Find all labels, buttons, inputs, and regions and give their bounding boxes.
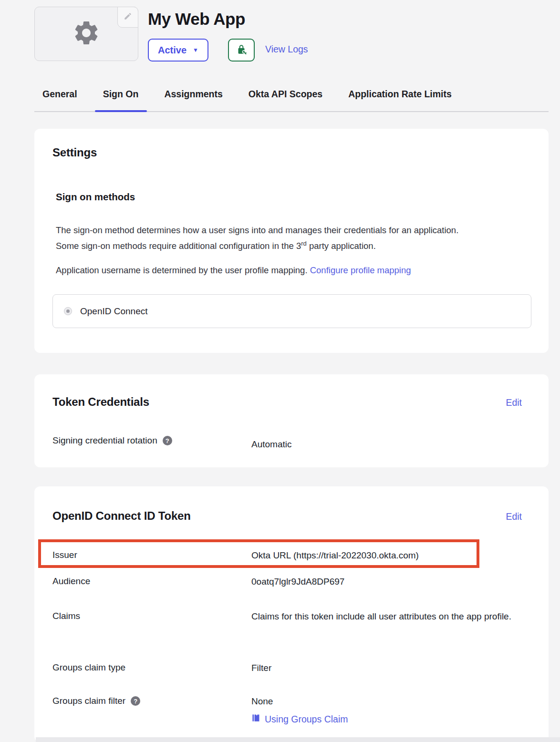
edit-logo-button[interactable] bbox=[117, 7, 138, 28]
sign-on-description-end: party application. bbox=[307, 241, 376, 251]
audience-label: Audience bbox=[52, 576, 90, 587]
tab-sign-on[interactable]: Sign On bbox=[103, 89, 139, 111]
settings-card: Settings Sign on methods The sign-on met… bbox=[34, 129, 549, 353]
id-token-title: OpenID Connect ID Token bbox=[52, 509, 191, 523]
chevron-down-icon: ▼ bbox=[193, 47, 198, 53]
view-logs-link[interactable]: View Logs bbox=[265, 44, 308, 55]
issuer-value: Okta URL (https://trial-2022030.okta.com… bbox=[251, 550, 533, 561]
sign-on-method-option: OpenID Connect bbox=[52, 294, 531, 328]
token-credentials-card: Token Credentials Edit Signing credentia… bbox=[34, 374, 549, 467]
tab-okta-api-scopes[interactable]: Okta API Scopes bbox=[249, 89, 322, 111]
tab-assignments[interactable]: Assignments bbox=[164, 89, 222, 111]
page-title: My Web App bbox=[148, 10, 245, 29]
groups-claim-type-label: Groups claim type bbox=[52, 662, 125, 673]
username-mapping-text: Application username is determined by th… bbox=[56, 262, 471, 278]
id-token-card: OpenID Connect ID Token Edit Issuer Okta… bbox=[34, 486, 549, 742]
tab-general[interactable]: General bbox=[42, 89, 77, 111]
token-credentials-edit-link[interactable]: Edit bbox=[506, 397, 522, 408]
status-dropdown-label: Active bbox=[158, 45, 187, 56]
signing-rotation-label: Signing credential rotation ? bbox=[52, 435, 172, 446]
claims-value: Claims for this token include all user a… bbox=[251, 608, 533, 626]
groups-claim-filter-value: None bbox=[251, 696, 533, 707]
signing-rotation-value: Automatic bbox=[251, 435, 533, 453]
tab-application-rate-limits[interactable]: Application Rate Limits bbox=[348, 89, 452, 111]
app-tabs: General Sign On Assignments Okta API Sco… bbox=[34, 89, 549, 112]
settings-card-title: Settings bbox=[52, 146, 97, 159]
token-credentials-title: Token Credentials bbox=[52, 395, 149, 409]
claims-label: Claims bbox=[52, 611, 80, 621]
id-token-edit-link[interactable]: Edit bbox=[506, 511, 522, 522]
groups-claim-filter-label: Groups claim filter ? bbox=[52, 696, 140, 706]
groups-claim-filter-label-text: Groups claim filter bbox=[52, 696, 125, 706]
issuer-label: Issuer bbox=[52, 550, 77, 560]
sign-on-description-text: The sign-on method determines how a user… bbox=[56, 225, 458, 251]
openid-connect-label: OpenID Connect bbox=[80, 306, 148, 317]
pencil-icon bbox=[124, 12, 132, 22]
using-groups-claim-link[interactable]: Using Groups Claim bbox=[251, 713, 348, 725]
admin-lock-button[interactable] bbox=[228, 39, 255, 62]
book-icon bbox=[251, 713, 260, 725]
app-logo-tile bbox=[34, 7, 138, 61]
help-icon[interactable]: ? bbox=[163, 436, 172, 445]
page-bottom-strip bbox=[36, 737, 560, 742]
using-groups-claim-label: Using Groups Claim bbox=[265, 714, 348, 725]
app-settings-page: My Web App Active ▼ View Logs General Si… bbox=[0, 0, 560, 742]
sign-on-description: The sign-on method determines how a user… bbox=[56, 222, 471, 254]
audience-value: 0oatq7lglr9JdA8DP697 bbox=[251, 576, 533, 587]
sign-on-methods-heading: Sign on methods bbox=[56, 191, 135, 203]
signing-rotation-label-text: Signing credential rotation bbox=[52, 435, 157, 446]
ordinal-superscript: rd bbox=[301, 240, 307, 247]
username-mapping-static: Application username is determined by th… bbox=[56, 265, 310, 275]
help-icon[interactable]: ? bbox=[131, 696, 140, 706]
configure-profile-mapping-link[interactable]: Configure profile mapping bbox=[310, 265, 411, 275]
gear-icon bbox=[72, 19, 101, 49]
status-dropdown-button[interactable]: Active ▼ bbox=[148, 39, 208, 62]
radio-dot bbox=[66, 309, 70, 313]
groups-claim-type-value: Filter bbox=[251, 662, 533, 674]
lock-key-icon bbox=[235, 43, 248, 57]
openid-connect-radio[interactable] bbox=[64, 307, 72, 315]
